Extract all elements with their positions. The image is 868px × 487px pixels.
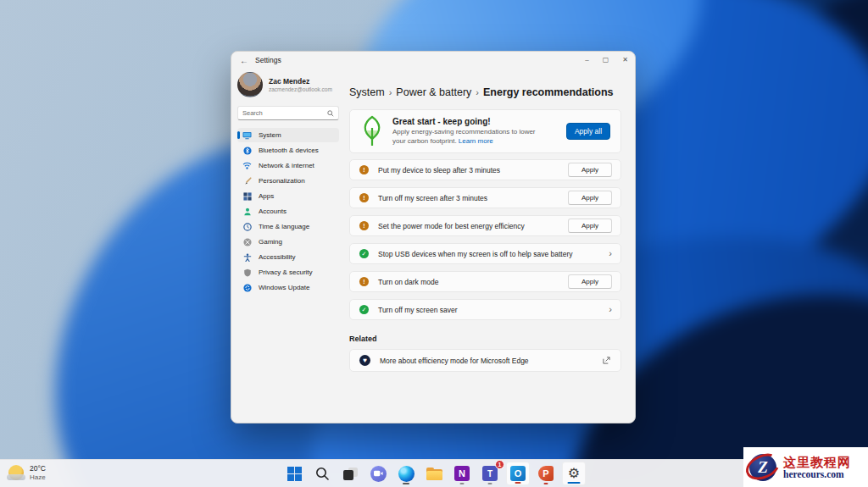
search-box[interactable]: [237, 106, 339, 120]
recommendation-row: ! Turn on dark mode Apply: [349, 271, 621, 292]
related-row[interactable]: ♥ More about efficiency mode for Microso…: [349, 349, 621, 372]
teams-button[interactable]: T 1: [478, 462, 502, 485]
running-indicator: [544, 483, 548, 484]
sidebar-item-label: Network & internet: [259, 162, 314, 169]
task-view-button[interactable]: [338, 462, 362, 485]
notification-badge: 1: [495, 460, 504, 469]
clock-globe-icon: [242, 222, 252, 231]
settings-window: ← Settings – ▢ ✕ Zac Mendez zacmendez@ou…: [231, 51, 636, 423]
onenote-icon: N: [454, 466, 470, 481]
recommendation-label: Turn off my screen saver: [378, 306, 458, 314]
sidebar-item-accounts[interactable]: Accounts: [237, 204, 339, 219]
recommendation-label: Put my device to sleep after 3 minutes: [378, 166, 500, 174]
apply-button[interactable]: Apply: [568, 163, 612, 177]
settings-main: System › Power & battery › Energy recomm…: [344, 69, 635, 423]
avatar: [237, 72, 263, 97]
user-name: Zac Mendez: [269, 77, 332, 86]
warning-icon: !: [359, 193, 369, 202]
warning-icon: !: [359, 165, 369, 174]
sidebar-item-time-language[interactable]: Time & language: [237, 219, 339, 234]
chevron-right-icon[interactable]: ›: [609, 249, 612, 258]
watermark-logo: Z: [746, 451, 780, 484]
check-icon: ✓: [359, 305, 369, 314]
recommendation-row: ! Set the power mode for best energy eff…: [349, 215, 621, 236]
minimize-button[interactable]: –: [585, 57, 588, 64]
warning-icon: !: [359, 221, 369, 230]
recommendation-row[interactable]: ✓ Stop USB devices when my screen is off…: [349, 243, 621, 264]
desktop: ← Settings – ▢ ✕ Zac Mendez zacmendez@ou…: [0, 0, 868, 487]
sidebar-item-label: Bluetooth & devices: [259, 147, 319, 154]
folder-icon: [426, 468, 442, 480]
person-icon: [242, 207, 252, 216]
banner-description: Apply energy-saving recommendations to l…: [392, 128, 537, 147]
weather-condition: Haze: [30, 473, 46, 481]
sidebar-item-network[interactable]: Network & internet: [237, 158, 339, 173]
related-header: Related: [349, 335, 621, 343]
apply-all-button[interactable]: Apply all: [566, 123, 610, 140]
sidebar-item-label: Privacy & security: [259, 268, 313, 276]
start-button[interactable]: [282, 462, 306, 485]
weather-widget[interactable]: 20°C Haze: [8, 461, 46, 484]
running-indicator: [403, 483, 409, 484]
sidebar-item-accessibility[interactable]: Accessibility: [237, 250, 339, 264]
back-button[interactable]: ←: [240, 56, 252, 65]
taskbar-search-button[interactable]: [310, 462, 334, 485]
chat-button[interactable]: [366, 462, 390, 485]
page-title: Energy recommendations: [483, 86, 614, 98]
windows-logo-icon: [287, 467, 302, 481]
system-icon: [242, 130, 252, 140]
shield-icon: [242, 268, 252, 277]
running-indicator: [488, 483, 492, 484]
sidebar-item-label: Windows Update: [259, 284, 309, 291]
powerpoint-button[interactable]: P: [534, 462, 558, 485]
recommendation-label: Stop USB devices when my screen is off t…: [378, 250, 572, 258]
check-icon: ✓: [359, 249, 369, 258]
site-watermark: Z 这里教程网 herecours.com: [743, 447, 868, 487]
watermark-site: herecours.com: [783, 469, 851, 479]
file-explorer-button[interactable]: [422, 462, 446, 485]
sidebar-item-windows-update[interactable]: Windows Update: [237, 280, 339, 295]
sidebar-item-label: Gaming: [259, 238, 282, 246]
apply-button[interactable]: Apply: [568, 274, 612, 289]
external-link-icon[interactable]: [603, 357, 610, 364]
window-title: Settings: [255, 56, 281, 64]
watermark-title: 这里教程网: [783, 455, 851, 469]
edge-button[interactable]: [394, 462, 418, 485]
breadcrumb-system[interactable]: System: [349, 86, 385, 98]
edge-icon: [398, 466, 415, 482]
breadcrumb-separator: ›: [476, 87, 479, 97]
breadcrumb-power-battery[interactable]: Power & battery: [396, 86, 471, 98]
sidebar-item-system[interactable]: System: [237, 128, 339, 142]
settings-sidebar: Zac Mendez zacmendez@outlook.com: [231, 69, 344, 423]
sidebar-item-label: Apps: [259, 192, 274, 200]
search-input[interactable]: [242, 109, 327, 117]
sidebar-item-personalization[interactable]: Personalization: [237, 174, 339, 188]
recommendation-label: Turn on dark mode: [378, 278, 439, 286]
maximize-button[interactable]: ▢: [603, 57, 609, 64]
recommendation-label: Set the power mode for best energy effic…: [378, 222, 525, 230]
settings-taskbar-button[interactable]: ⚙: [562, 462, 586, 485]
brush-icon: [242, 176, 252, 185]
breadcrumb: System › Power & battery › Energy recomm…: [349, 86, 621, 98]
learn-more-link[interactable]: Learn more: [459, 137, 493, 145]
sidebar-item-privacy[interactable]: Privacy & security: [237, 265, 339, 279]
apply-button[interactable]: Apply: [568, 219, 612, 233]
sidebar-item-gaming[interactable]: Gaming: [237, 235, 339, 249]
teams-icon: T: [482, 466, 498, 481]
banner-title: Great start - keep going!: [392, 117, 537, 126]
sidebar-item-bluetooth[interactable]: Bluetooth & devices: [237, 143, 339, 158]
close-button[interactable]: ✕: [622, 57, 628, 64]
outlook-button[interactable]: O: [506, 462, 530, 485]
gear-icon: ⚙: [568, 467, 580, 480]
attention-indicator: [515, 482, 521, 484]
search-icon: [315, 467, 330, 481]
accessibility-icon: [242, 252, 252, 262]
apply-button[interactable]: Apply: [568, 191, 612, 205]
onenote-button[interactable]: N: [450, 462, 474, 485]
chevron-right-icon[interactable]: ›: [609, 305, 612, 314]
haze-sun-icon: [8, 465, 24, 480]
sidebar-item-apps[interactable]: Apps: [237, 189, 339, 203]
recommendation-row[interactable]: ✓ Turn off my screen saver ›: [349, 299, 621, 320]
account-summary[interactable]: Zac Mendez zacmendez@outlook.com: [237, 72, 339, 97]
update-icon: [242, 283, 252, 292]
